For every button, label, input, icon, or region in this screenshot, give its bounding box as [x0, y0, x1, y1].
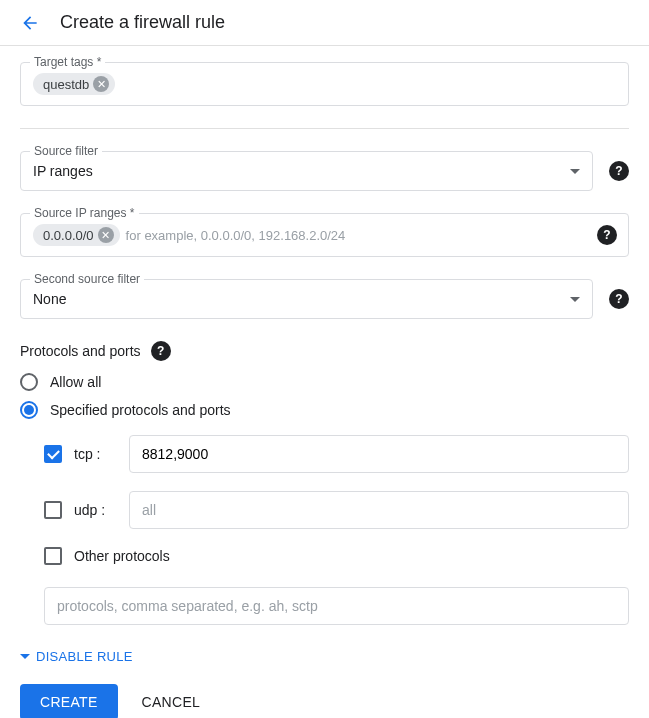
- disable-rule-label: DISABLE RULE: [36, 649, 133, 664]
- specified-label: Specified protocols and ports: [50, 402, 231, 418]
- allow-all-option[interactable]: Allow all: [20, 373, 629, 391]
- close-icon[interactable]: ✕: [98, 227, 114, 243]
- tcp-label: tcp :: [74, 446, 129, 462]
- target-tags-input[interactable]: questdb ✕: [20, 62, 629, 106]
- tcp-ports-input[interactable]: [129, 435, 629, 473]
- source-ip-ranges-label: Source IP ranges *: [30, 206, 139, 220]
- create-button[interactable]: CREATE: [20, 684, 118, 718]
- chevron-down-icon: [570, 297, 580, 302]
- help-icon[interactable]: ?: [597, 225, 617, 245]
- tcp-checkbox[interactable]: [44, 445, 62, 463]
- udp-checkbox[interactable]: [44, 501, 62, 519]
- form-content: Target tags * questdb ✕ Source filter IP…: [0, 46, 649, 718]
- tcp-row: tcp :: [44, 435, 629, 473]
- disable-rule-toggle[interactable]: DISABLE RULE: [20, 649, 629, 664]
- source-filter-value: IP ranges: [33, 163, 93, 179]
- udp-row: udp :: [44, 491, 629, 529]
- specified-option[interactable]: Specified protocols and ports: [20, 401, 629, 419]
- back-arrow-icon[interactable]: [20, 13, 40, 33]
- second-source-filter-field: Second source filter None ?: [20, 279, 629, 319]
- action-buttons: CREATE CANCEL: [20, 684, 629, 718]
- other-protocols-row: Other protocols: [44, 547, 629, 565]
- help-icon[interactable]: ?: [609, 289, 629, 309]
- divider: [20, 128, 629, 129]
- page-header: Create a firewall rule: [0, 0, 649, 46]
- radio-unchecked-icon: [20, 373, 38, 391]
- source-filter-field: Source filter IP ranges ?: [20, 151, 629, 191]
- protocols-header: Protocols and ports ?: [20, 341, 629, 361]
- udp-label: udp :: [74, 502, 129, 518]
- second-source-filter-value: None: [33, 291, 66, 307]
- other-protocols-input[interactable]: [44, 587, 629, 625]
- protocols-detail: tcp : udp : Other protocols: [44, 435, 629, 625]
- allow-all-label: Allow all: [50, 374, 101, 390]
- target-tags-label: Target tags *: [30, 55, 105, 69]
- protocols-title: Protocols and ports: [20, 343, 141, 359]
- other-checkbox[interactable]: [44, 547, 62, 565]
- radio-checked-icon: [20, 401, 38, 419]
- chip-text: 0.0.0.0/0: [43, 228, 94, 243]
- source-filter-select[interactable]: IP ranges: [20, 151, 593, 191]
- page-title: Create a firewall rule: [60, 12, 225, 33]
- udp-ports-input[interactable]: [129, 491, 629, 529]
- other-label: Other protocols: [74, 548, 170, 564]
- chevron-down-icon: [20, 654, 30, 659]
- cancel-button[interactable]: CANCEL: [142, 694, 201, 710]
- chevron-down-icon: [570, 169, 580, 174]
- tag-chip: questdb ✕: [33, 73, 115, 95]
- help-icon[interactable]: ?: [151, 341, 171, 361]
- ip-chip: 0.0.0.0/0 ✕: [33, 224, 120, 246]
- chip-text: questdb: [43, 77, 89, 92]
- source-ip-ranges-field: Source IP ranges * 0.0.0.0/0 ✕ for examp…: [20, 213, 629, 257]
- target-tags-field: Target tags * questdb ✕: [20, 62, 629, 106]
- close-icon[interactable]: ✕: [93, 76, 109, 92]
- source-filter-label: Source filter: [30, 144, 102, 158]
- ip-placeholder: for example, 0.0.0.0/0, 192.168.2.0/24: [126, 228, 346, 243]
- second-source-filter-label: Second source filter: [30, 272, 144, 286]
- help-icon[interactable]: ?: [609, 161, 629, 181]
